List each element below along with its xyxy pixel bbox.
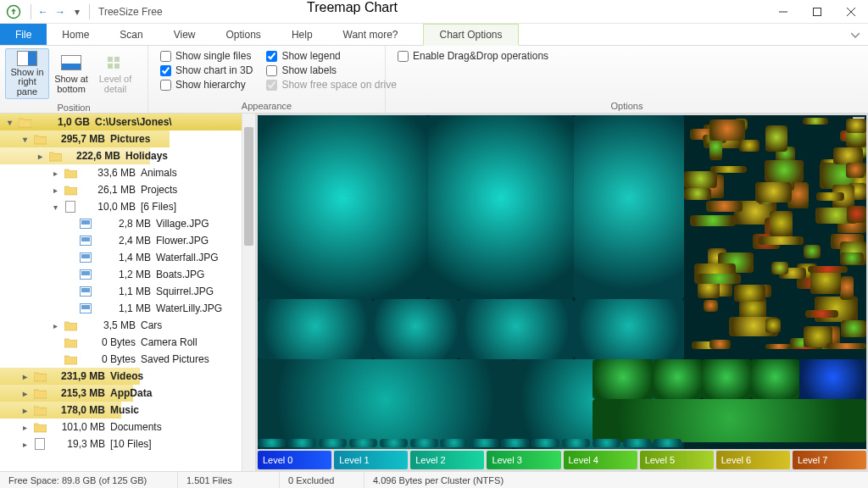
treemap-block[interactable] <box>258 115 428 299</box>
treemap-block[interactable] <box>709 340 731 349</box>
tab-home[interactable]: Home <box>47 24 104 45</box>
treemap-block[interactable] <box>258 299 373 359</box>
tree-row[interactable]: ▸3,5 MBCars <box>0 317 242 334</box>
treemap-block[interactable] <box>709 119 744 140</box>
treemap-block[interactable] <box>373 299 459 359</box>
expand-toggle[interactable] <box>64 270 76 280</box>
treemap-block[interactable] <box>574 115 683 299</box>
show-right-pane-button[interactable]: Show in right pane <box>5 48 49 99</box>
treemap-block[interactable] <box>770 211 793 237</box>
tree-row[interactable]: 1,4 MBWaterfall.JPG <box>0 249 242 266</box>
treemap-chart[interactable]: ✕ <box>258 115 866 449</box>
treemap-block[interactable] <box>258 439 286 447</box>
treemap-block[interactable] <box>702 359 750 399</box>
expand-toggle[interactable]: ▾ <box>3 118 15 127</box>
treemap-block[interactable] <box>710 166 746 173</box>
treemap-block[interactable] <box>470 439 498 447</box>
treemap-block[interactable] <box>755 182 792 203</box>
treemap-block[interactable] <box>826 343 866 349</box>
treemap-block[interactable] <box>787 347 822 349</box>
tab-help[interactable]: Help <box>276 24 328 45</box>
tab-view[interactable]: View <box>159 24 211 45</box>
tree-row[interactable]: ▸231,9 MBVideos <box>0 368 242 385</box>
treemap-block[interactable] <box>799 359 866 399</box>
treemap-block[interactable] <box>841 320 866 336</box>
tree-row[interactable]: ▸222,6 MBHolidays <box>0 147 242 164</box>
treemap-block[interactable] <box>751 359 799 399</box>
expand-toggle[interactable]: ▸ <box>49 186 61 195</box>
treemap-block[interactable] <box>574 299 683 359</box>
chk-legend[interactable]: Show legend <box>266 50 396 62</box>
expand-toggle[interactable]: ▸ <box>19 406 31 415</box>
treemap-block[interactable] <box>459 299 574 359</box>
expand-toggle[interactable]: ▸ <box>19 372 31 381</box>
treemap-block[interactable] <box>804 245 821 259</box>
tree-row[interactable]: 1,2 MBBoats.JPG <box>0 266 242 283</box>
treemap-block[interactable] <box>840 276 854 300</box>
treemap-block[interactable] <box>847 206 866 224</box>
treemap-block[interactable] <box>380 439 408 447</box>
tab-scan[interactable]: Scan <box>104 24 158 45</box>
treemap-block[interactable] <box>319 439 347 447</box>
treemap-block[interactable] <box>690 215 736 226</box>
ribbon-collapse-button[interactable] <box>843 24 868 45</box>
expand-toggle[interactable]: ▸ <box>19 423 31 432</box>
treemap-block[interactable] <box>803 118 828 125</box>
treemap-block[interactable] <box>765 160 804 182</box>
treemap-block[interactable] <box>805 310 837 318</box>
chk-single-files[interactable]: Show single files <box>160 50 253 62</box>
treemap-block[interactable] <box>623 439 651 447</box>
chk-hierarchy[interactable]: Show hierarchy <box>160 79 253 91</box>
show-bottom-button[interactable]: Show at bottom <box>49 48 93 99</box>
tree-row[interactable]: ▾295,7 MBPictures <box>0 130 242 147</box>
context-tab-treemap[interactable]: Treemap Chart <box>307 0 398 15</box>
tree-row[interactable]: ▾10,0 MB[6 Files] <box>0 198 242 215</box>
tree-row[interactable]: 2,8 MBVillage.JPG <box>0 215 242 232</box>
expand-toggle[interactable] <box>64 219 76 229</box>
tree-row[interactable]: 1,1 MBSquirrel.JPG <box>0 283 242 300</box>
tab-file[interactable]: File <box>0 24 47 45</box>
nav-dropdown-button[interactable]: ▾ <box>69 3 86 20</box>
directory-tree[interactable]: ▾1,0 GBC:\Users\Jones\▾295,7 MBPictures▸… <box>0 114 242 471</box>
tree-row[interactable]: 0 BytesSaved Pictures <box>0 351 242 368</box>
tree-row[interactable]: ▸33,6 MBAnimals <box>0 164 242 181</box>
treemap-block[interactable] <box>706 201 743 211</box>
treemap-block[interactable] <box>808 266 848 273</box>
treemap-block[interactable] <box>593 439 620 447</box>
treemap-block[interactable] <box>531 439 559 447</box>
treemap-block[interactable] <box>765 125 787 152</box>
treemap-block[interactable] <box>739 140 760 152</box>
treemap-block[interactable] <box>846 119 866 134</box>
treemap-block[interactable] <box>684 171 717 188</box>
treemap-block[interactable] <box>816 192 845 201</box>
treemap-block[interactable] <box>654 439 682 447</box>
treemap-block[interactable] <box>771 262 788 274</box>
treemap-block[interactable] <box>704 300 718 312</box>
treemap-block[interactable] <box>846 163 865 178</box>
treemap-block[interactable] <box>349 439 377 447</box>
treemap-block[interactable] <box>258 359 514 449</box>
treemap-block[interactable] <box>288 439 316 447</box>
expand-toggle[interactable]: ▾ <box>49 202 61 212</box>
tree-row[interactable]: 1,1 MBWaterLilly.JPG <box>0 300 242 317</box>
tree-row[interactable]: 2,4 MBFlower.JPG <box>0 232 242 249</box>
expand-toggle[interactable] <box>64 304 76 313</box>
treemap-block[interactable] <box>840 252 864 264</box>
treemap-block[interactable] <box>440 439 468 447</box>
chk-dragdrop[interactable]: Enable Drag&Drop operations <box>398 50 548 62</box>
treemap-block[interactable] <box>593 399 866 442</box>
treemap-block[interactable] <box>562 439 590 447</box>
expand-toggle[interactable] <box>49 355 61 364</box>
treemap-block[interactable] <box>734 285 765 302</box>
treemap-block[interactable] <box>654 359 702 399</box>
treemap-block[interactable] <box>410 439 438 447</box>
expand-toggle[interactable] <box>64 253 76 263</box>
tree-row[interactable]: ▾1,0 GBC:\Users\Jones\ <box>0 114 242 130</box>
expand-toggle[interactable]: ▸ <box>49 321 61 330</box>
tab-options[interactable]: Options <box>211 24 276 45</box>
expand-toggle[interactable] <box>64 287 76 297</box>
treemap-block[interactable] <box>593 359 654 399</box>
nav-forward-button[interactable]: → <box>52 3 69 20</box>
tree-row[interactable]: ▸178,0 MBMusic <box>0 402 242 419</box>
expand-toggle[interactable]: ▸ <box>49 169 61 178</box>
